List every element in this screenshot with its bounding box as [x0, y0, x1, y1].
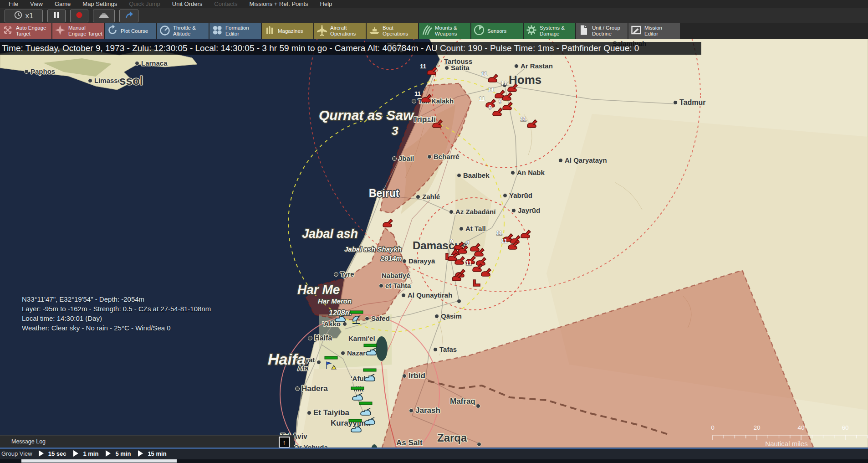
map-scrollbar-thumb[interactable] [21, 459, 177, 463]
city-dot [445, 66, 449, 70]
city-dot [460, 227, 464, 231]
unit-status-bar [351, 387, 364, 390]
city-dot [343, 322, 347, 326]
unit-status-bar [359, 402, 372, 405]
menu-missions-ref-points[interactable]: Missions + Ref. Points [244, 0, 314, 8]
formation-icon [211, 24, 223, 38]
toolbar-button-label: BoatOperations [383, 25, 408, 37]
throttle-altitude-button[interactable]: Throttle &Altitude [157, 23, 209, 39]
unit-count-label: 11 [465, 260, 472, 267]
mission-editor-button[interactable]: MissionEditor [628, 23, 680, 39]
menu-view[interactable]: View [24, 0, 49, 8]
record-button[interactable] [70, 10, 88, 22]
city-dot [317, 360, 321, 365]
city-dot [457, 299, 461, 304]
boat-icon [368, 24, 380, 38]
terrain-label: 2814m [380, 254, 402, 262]
city-dot [307, 411, 311, 415]
formation-editor-button[interactable]: FormationEditor [209, 23, 261, 39]
toolbar-button-label: Throttle &Altitude [173, 25, 196, 37]
info-line-localtime: Local time: 14:30:01 (Day) [22, 314, 211, 323]
time-step-15-sec[interactable]: 15 sec [38, 450, 66, 457]
city-label: Hadera [301, 384, 328, 393]
manual-engage-target-button[interactable]: ManualEngage Target [52, 23, 104, 39]
city-dot [559, 159, 563, 163]
aircraft-operations-button[interactable]: AircraftOperations [314, 23, 366, 39]
speed-label: x1 [26, 11, 34, 21]
doctrine-icon [578, 24, 590, 38]
systems-damage-button[interactable]: Systems &Damage [524, 23, 575, 39]
time-step-1-min[interactable]: 1 min [73, 450, 98, 457]
city-dot [476, 404, 480, 408]
terrain-label: Qurnat as Saw [319, 108, 414, 123]
group-view-label[interactable]: Group View [1, 450, 32, 457]
city-dot [403, 259, 407, 263]
scale-tick-label: 60 [842, 424, 848, 431]
unit-status-bar [350, 311, 363, 314]
map-scrollbar-track[interactable] [0, 459, 868, 463]
city-label: Az Zabadānī [455, 208, 496, 216]
menu-bar: FileViewGameMap SettingsQuick JumpUnit O… [0, 0, 868, 8]
magazines-button[interactable]: Magazines [262, 23, 313, 39]
plot-course-button[interactable]: Plot Course [105, 23, 156, 39]
unit-status-bar [325, 356, 337, 359]
auto-icon [2, 24, 14, 38]
city-label: Jarash [415, 406, 440, 415]
city-dot [88, 79, 92, 83]
play-triangle-icon [38, 450, 44, 457]
menu-unit-orders[interactable]: Unit Orders [166, 0, 208, 8]
toolbar-button-label: Magazines [278, 28, 303, 34]
message-log-bar[interactable]: Message Log ↑ [0, 435, 294, 448]
city-label: Qāsim [441, 312, 462, 320]
throttle-icon [159, 24, 171, 38]
menu-game[interactable]: Game [49, 0, 77, 8]
unit-count-label: 11 [420, 63, 426, 70]
city-label: Homs [509, 73, 541, 87]
unit-group-doctrine-button[interactable]: Unit / GroupDoctrine [576, 23, 628, 39]
menu-map-settings[interactable]: Map Settings [77, 0, 123, 8]
city-label: ssol [119, 74, 143, 87]
city-label: Haifa [314, 334, 332, 342]
time-step-5-min[interactable]: 5 min [105, 450, 131, 457]
city-dot [409, 409, 414, 413]
mounts-weapons-button[interactable]: Mounts &Weapons [419, 23, 470, 39]
unit-count-label: 11 [481, 70, 487, 77]
city-label: Al Qunaytirah [408, 291, 452, 299]
city-label: Zahlé [422, 193, 440, 201]
scale-tick-label: 20 [753, 424, 760, 431]
city-label: At Tall [465, 225, 486, 232]
pause-button[interactable] [47, 10, 66, 22]
unit-count-label: 11 [496, 230, 502, 237]
city-dot [393, 157, 397, 161]
time-compression-button[interactable]: x1 [5, 10, 43, 22]
city-label: Tripoli [413, 115, 436, 124]
sensors-button[interactable]: Sensors [471, 23, 523, 39]
unit-count-label: 11 [500, 80, 507, 87]
time-step-label: 1 min [83, 450, 98, 457]
unit-count-label: 11 [520, 116, 526, 123]
city-label: Beirut [369, 187, 399, 199]
menu-file[interactable]: File [3, 0, 24, 8]
menu-help[interactable]: Help [314, 0, 338, 8]
systems-icon [526, 24, 537, 38]
city-dot [334, 273, 338, 277]
info-line-coords: N33°11'47", E32°19'54" - Depth: -2054m [22, 294, 211, 304]
main-toolbar: Auto EngageTargetManualEngage TargetPlot… [0, 23, 868, 39]
relief-layer-button[interactable] [93, 10, 115, 22]
city-label: Nabatîyé [382, 272, 410, 279]
toolbar-button-label: Sensors [487, 28, 506, 34]
map-canvas[interactable]: PaphosLimassolssolLarnacaTartoussSatitaA… [0, 0, 868, 463]
jump-forward-button[interactable] [119, 10, 138, 22]
terrain-label: 1208m [329, 309, 352, 317]
info-line-layer: Layer: -95m to -162m - Strength: 0.5 - C… [22, 304, 211, 314]
city-dot [341, 351, 345, 355]
city-label: Ar Rastan [521, 62, 553, 70]
scale-unit-label: Nautical miles [765, 440, 807, 448]
bottom-time-bar: Group View 15 sec1 min5 min15 min [0, 448, 868, 463]
time-step-15-min[interactable]: 15 min [138, 450, 166, 457]
message-log-expand-button[interactable]: ↑ [279, 437, 290, 448]
auto-engage-target-button[interactable]: Auto EngageTarget [0, 23, 51, 39]
boat-operations-button[interactable]: BoatOperations [367, 23, 418, 39]
toolbar-button-label: Auto EngageTarget [16, 25, 46, 37]
editor-icon [630, 24, 642, 38]
